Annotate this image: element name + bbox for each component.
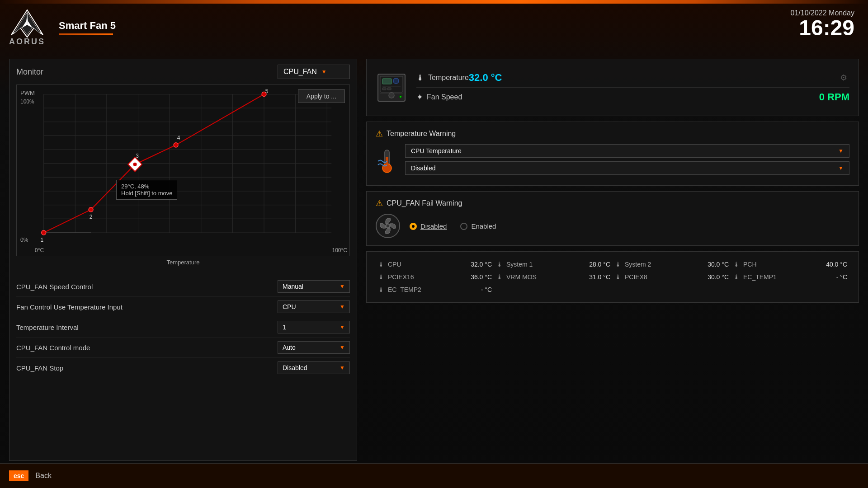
control-row-2: Temperature Interval 1 ▼ [16,317,350,338]
fan-speed-label: Fan Speed [427,93,462,101]
fail-warning-box: ⚠ CPU_FAN Fail Warning [366,191,859,246]
svg-point-35 [393,78,399,84]
temps-grid-box: 🌡 CPU 32.0 °C 🌡 System 1 28.0 °C 🌡 Syste… [366,251,859,303]
temp-item-label-sys1: System 1 [506,261,533,268]
control-row-4: CPU_FAN Stop Disabled ▼ [16,358,350,378]
bottom-bar: esc Back [0,463,868,488]
controls-area: CPU_FAN Speed Control Manual ▼ Fan Contr… [9,270,357,385]
monitor-label: Monitor [16,67,43,77]
svg-point-47 [386,224,390,228]
thermometer-icon: 🌡 [416,73,425,83]
svg-text:5: 5 [265,88,269,94]
back-label: Back [35,472,52,480]
temp-warning-title: ⚠ Temperature Warning [376,129,849,139]
app-title: Smart Fan 5 [59,20,116,32]
title-area: Smart Fan 5 [59,20,116,35]
temp-item-value-sys2: 30.0 °C [708,261,729,268]
temp-item-label-cpu: CPU [388,261,401,268]
temp-item-pciex8: 🌡 PCIEX8 30.0 °C [615,273,729,281]
pc-case-icon [376,72,407,103]
svg-rect-34 [382,79,392,84]
temp-flame-icon-ect1: 🌡 [733,273,740,281]
temp-item-pch: 🌡 PCH 40.0 °C [733,261,847,268]
control-row-0: CPU_FAN Speed Control Manual ▼ [16,277,350,297]
logo-area: AORUS [9,8,45,47]
enabled-radio-label: Enabled [471,222,496,230]
fan-selector-dropdown[interactable]: CPU_FAN ▼ [278,65,350,79]
fan-selector-value: CPU_FAN [283,68,317,76]
temp-flame-icon-sys1: 🌡 [496,261,503,268]
curve-point-4[interactable] [174,143,178,147]
readings-area: 🌡 Temperature 32.0 °C ⚙ ✦ Fan Speed 0 RP… [416,68,849,107]
temp-item-label-pciex16: PCIEX16 [388,273,414,281]
control-dropdown-2[interactable]: 1 ▼ [278,321,350,333]
fan-speed-label-group: ✦ Fan Speed [416,92,462,102]
enabled-radio-circle[interactable] [460,223,467,230]
temp-flame-icon-vrm: 🌡 [496,273,503,281]
fail-warning-content: Disabled Enabled [376,214,849,239]
apply-to-button[interactable]: Apply to ... [298,89,345,103]
fail-warning-title: ⚠ CPU_FAN Fail Warning [376,198,849,208]
control-label-2: Temperature Interval [16,324,79,331]
temp-item-value-sys1: 28.0 °C [589,261,610,268]
aorus-logo-icon [9,8,45,39]
curve-point-2[interactable] [89,207,93,212]
control-label-3: CPU_FAN Control mode [16,344,90,352]
temp-warning-label: Temperature Warning [387,130,456,138]
curve-point-1[interactable] [42,230,46,235]
fan-speed-value: 0 RPM [819,91,849,103]
esc-badge[interactable]: esc [9,470,28,481]
temp-flame-icon-sys2: 🌡 [615,261,621,268]
control-dropdown-3[interactable]: Auto ▼ [278,341,350,354]
control-label-4: CPU_FAN Stop [16,364,63,372]
warning-triangle-icon: ⚠ [376,129,383,139]
temp-warning-icon [376,148,398,175]
control-dropdown-1[interactable]: CPU ▼ [278,300,350,313]
fan-icon [376,214,401,239]
temp-item-value-pch: 40.0 °C [826,261,847,268]
monitor-header: Monitor CPU_FAN ▼ [9,59,357,84]
fail-warning-radio-group: Disabled Enabled [410,222,496,230]
temp-item-vrm: 🌡 VRM MOS 31.0 °C [496,273,610,281]
temp-item-value-ect1: - °C [836,273,847,281]
temp-flame-icon-pciex16: 🌡 [378,273,384,281]
monitor-stats-box: 🌡 Temperature 32.0 °C ⚙ ✦ Fan Speed 0 RP… [366,59,859,116]
control-dropdown-0[interactable]: Manual ▼ [278,280,350,293]
fail-warning-label: CPU_FAN Fail Warning [387,199,462,207]
svg-text:2: 2 [90,214,93,220]
fan-selector-arrow: ▼ [321,69,327,75]
control-dropdown-4[interactable]: Disabled ▼ [278,361,350,374]
svg-rect-37 [382,88,386,90]
control-label-1: Fan Control Use Temperature Input [16,303,123,311]
cpu-temp-dropdown[interactable]: CPU Temperature ▼ [405,144,849,158]
temp-item-system1: 🌡 System 1 28.0 °C [496,261,610,268]
disabled-radio-circle[interactable] [410,223,417,230]
logo-text: AORUS [9,37,45,47]
right-panel: 🌡 Temperature 32.0 °C ⚙ ✦ Fan Speed 0 RP… [366,59,859,461]
svg-text:3: 3 [136,153,139,159]
control-row-3: CPU_FAN Control mode Auto ▼ [16,338,350,358]
temp-item-value-pciex8: 30.0 °C [708,273,729,281]
datetime: 01/10/2022 Monday 16:29 [791,9,854,39]
chart-container: Apply to ... PWM 100% 0% 0°C 100°C [16,84,350,256]
temps-grid: 🌡 CPU 32.0 °C 🌡 System 1 28.0 °C 🌡 Syste… [378,261,847,293]
temp-item-label-vrm: VRM MOS [506,273,537,281]
temp-item-value-cpu: 32.0 °C [471,261,492,268]
enabled-radio-option[interactable]: Enabled [460,222,496,230]
temp-item-label-pciex8: PCIEX8 [625,273,647,281]
settings-icon[interactable]: ⚙ [840,73,847,83]
temp-warning-disabled-dropdown[interactable]: Disabled ▼ [405,161,849,175]
disabled-radio-option[interactable]: Disabled [410,222,447,230]
temp-warning-box: ⚠ Temperature Warning CPU Temperature ▼ [366,122,859,186]
curve-point-3-center[interactable] [133,163,137,166]
temp-item-value-pciex16: 36.0 °C [471,273,492,281]
temp-flame-icon-ect2: 🌡 [378,286,384,293]
chart-inner: Apply to ... PWM 100% 0% 0°C 100°C [17,85,349,256]
disabled-radio-label: Disabled [420,222,447,230]
temp-flame-icon-pciex8: 🌡 [615,273,621,281]
temp-item-value-ect2: - °C [481,286,492,293]
fan-curve-chart[interactable]: 1 2 3 4 5 [17,85,349,256]
temp-axis-label: Temperature [167,259,200,266]
temperature-value: 32.0 °C [469,72,502,84]
time-display: 16:29 [799,16,854,40]
